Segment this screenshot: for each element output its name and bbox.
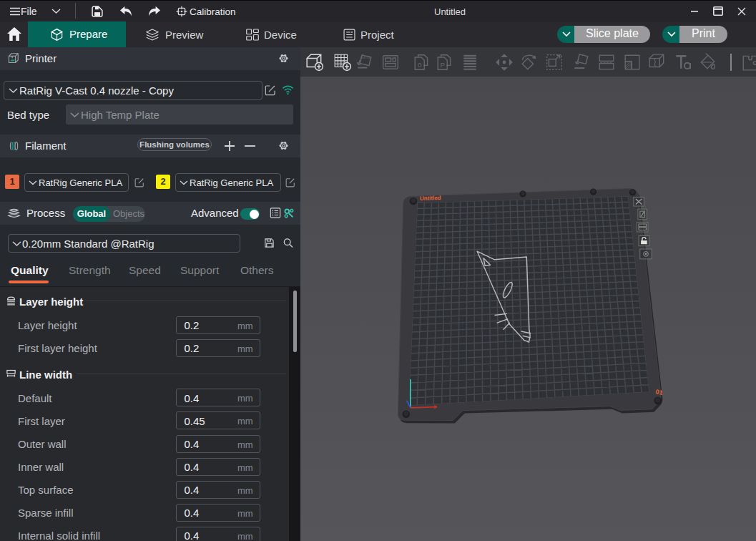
svg-text:P: P <box>440 61 445 69</box>
svg-text:01: 01 <box>655 388 664 396</box>
svg-text:AUTO: AUTO <box>360 56 370 59</box>
svg-text:0: 0 <box>418 61 422 69</box>
svg-text:Untitled: Untitled <box>420 195 441 202</box>
